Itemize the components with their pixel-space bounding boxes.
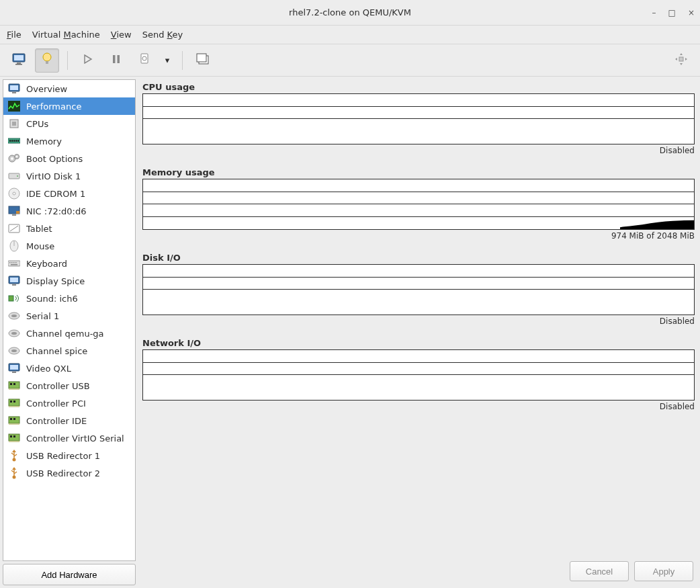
- menu-virtual-machine[interactable]: Virtual Machine: [32, 30, 100, 40]
- svg-rect-50: [9, 296, 13, 301]
- toolbar-separator-2: [182, 51, 183, 70]
- memory-usage-caption: 974 MiB of 2048 MiB: [142, 231, 695, 241]
- sidebar-item-keyboard[interactable]: Keyboard: [3, 255, 135, 272]
- sidebar-item-ctrl-usb[interactable]: Controller USB: [3, 377, 135, 394]
- sidebar-item-performance[interactable]: Performance: [3, 97, 135, 115]
- sidebar-item-label: USB Redirector 1: [26, 451, 100, 461]
- details-view-button[interactable]: [35, 48, 59, 73]
- sidebar-item-label: CPUs: [26, 119, 48, 129]
- svg-marker-6: [85, 55, 91, 63]
- power-icon: [139, 53, 150, 67]
- sidebar-item-display[interactable]: Display Spice: [3, 272, 135, 290]
- svg-rect-12: [197, 54, 206, 62]
- card-icon: [7, 379, 21, 392]
- sidebar-item-mouse[interactable]: Mouse: [3, 237, 135, 255]
- network-io-caption: Disabled: [142, 402, 695, 411]
- svg-rect-75: [9, 441, 19, 442]
- apply-button[interactable]: Apply: [634, 561, 693, 581]
- cpu-usage-title: CPU usage: [142, 82, 695, 92]
- card-icon: [7, 414, 21, 427]
- sidebar-item-chan-spice[interactable]: Channel spice: [3, 342, 135, 360]
- tablet-icon: [7, 222, 21, 235]
- sidebar-item-chan-qemu[interactable]: Channel qemu-ga: [3, 325, 135, 342]
- svg-rect-16: [12, 92, 16, 93]
- svg-rect-48: [10, 278, 18, 282]
- sidebar-item-overview[interactable]: Overview: [3, 80, 135, 97]
- add-hardware-button[interactable]: Add Hardware: [3, 564, 136, 585]
- main-area: OverviewPerformanceCPUsMemoryBoot Option…: [0, 77, 700, 588]
- svg-marker-83: [12, 467, 16, 470]
- memory-usage-block: Memory usage 974 MiB of 2048 MiB: [142, 167, 695, 241]
- close-button[interactable]: ×: [688, 8, 695, 17]
- svg-rect-25: [17, 140, 19, 142]
- svg-rect-3: [15, 64, 22, 65]
- menu-send-key[interactable]: Send Key: [142, 30, 183, 40]
- card-icon: [7, 431, 21, 445]
- svg-rect-41: [8, 261, 20, 266]
- sidebar-item-ctrl-pci[interactable]: Controller PCI: [3, 394, 135, 412]
- sidebar-item-video[interactable]: Video QXL: [3, 360, 135, 377]
- disk-io-chart: [142, 264, 695, 315]
- svg-rect-61: [10, 383, 12, 385]
- sidebar-item-nic[interactable]: NIC :72:d0:d6: [3, 202, 135, 220]
- snapshot-icon: [196, 53, 210, 67]
- monitor-icon: [7, 82, 21, 95]
- sidebar-item-cpus[interactable]: CPUs: [3, 115, 135, 132]
- sidebar-item-sound[interactable]: Sound: ich6: [3, 290, 135, 307]
- sidebar-item-serial[interactable]: Serial 1: [3, 307, 135, 325]
- minimize-button[interactable]: –: [652, 8, 656, 17]
- shutdown-dropdown[interactable]: ▾: [161, 48, 174, 73]
- console-view-button[interactable]: [7, 48, 31, 73]
- svg-rect-13: [679, 57, 683, 61]
- svg-rect-71: [9, 423, 19, 425]
- sidebar-item-disk[interactable]: VirtIO Disk 1: [3, 167, 135, 185]
- network-io-title: Network I/O: [142, 338, 695, 348]
- maximize-button[interactable]: □: [668, 8, 676, 17]
- monitor-icon: [12, 53, 26, 67]
- svg-point-33: [13, 192, 15, 195]
- sidebar-item-usb-redir-2[interactable]: USB Redirector 2: [3, 464, 135, 482]
- svg-rect-21: [9, 140, 11, 142]
- svg-rect-36: [16, 211, 19, 214]
- cpu-usage-caption: Disabled: [142, 146, 695, 155]
- svg-rect-69: [10, 418, 12, 420]
- sidebar-item-boot[interactable]: Boot Options: [3, 150, 135, 167]
- svg-point-56: [11, 349, 17, 352]
- sidebar-item-cdrom[interactable]: IDE CDROM 1: [3, 185, 135, 202]
- fullscreen-button[interactable]: [669, 48, 693, 73]
- svg-rect-1: [14, 55, 24, 60]
- cancel-button[interactable]: Cancel: [570, 561, 629, 581]
- disk-io-block: Disk I/O Disabled: [142, 253, 695, 326]
- cpu-usage-chart: [142, 93, 695, 144]
- fullscreen-icon: [674, 52, 689, 69]
- titlebar: rhel7.2-clone on QEMU/KVM – □ ×: [0, 0, 700, 26]
- menu-view[interactable]: View: [111, 30, 132, 40]
- window-controls: – □ ×: [652, 8, 695, 17]
- sidebar-item-ctrl-virtio[interactable]: Controller VirtIO Serial: [3, 429, 135, 447]
- pause-button[interactable]: [104, 48, 128, 73]
- sidebar-item-ctrl-ide[interactable]: Controller IDE: [3, 412, 135, 429]
- svg-rect-23: [13, 140, 15, 142]
- ram-icon: [7, 134, 21, 148]
- svg-point-52: [11, 314, 17, 317]
- sidebar-item-tablet[interactable]: Tablet: [3, 220, 135, 237]
- svg-rect-73: [10, 435, 12, 437]
- svg-rect-63: [9, 388, 19, 390]
- usb-icon: [7, 449, 21, 462]
- menu-file[interactable]: File: [7, 30, 21, 40]
- run-button[interactable]: [76, 48, 100, 73]
- toolbar: ▾: [0, 44, 700, 77]
- sidebar-item-label: NIC :72:d0:d6: [26, 206, 87, 216]
- sidebar-item-label: IDE CDROM 1: [26, 189, 85, 199]
- sidebar-item-label: Channel spice: [26, 346, 87, 356]
- shutdown-button[interactable]: [132, 48, 157, 73]
- sidebar-item-memory[interactable]: Memory: [3, 132, 135, 150]
- usb-icon: [7, 466, 21, 480]
- pause-icon: [112, 54, 121, 66]
- monitor-icon: [7, 274, 21, 288]
- sidebar-item-usb-redir-1[interactable]: USB Redirector 1: [3, 447, 135, 464]
- hardware-list[interactable]: OverviewPerformanceCPUsMemoryBoot Option…: [3, 79, 136, 561]
- port-icon: [7, 344, 21, 358]
- svg-marker-78: [12, 450, 16, 452]
- snapshots-button[interactable]: [191, 48, 215, 73]
